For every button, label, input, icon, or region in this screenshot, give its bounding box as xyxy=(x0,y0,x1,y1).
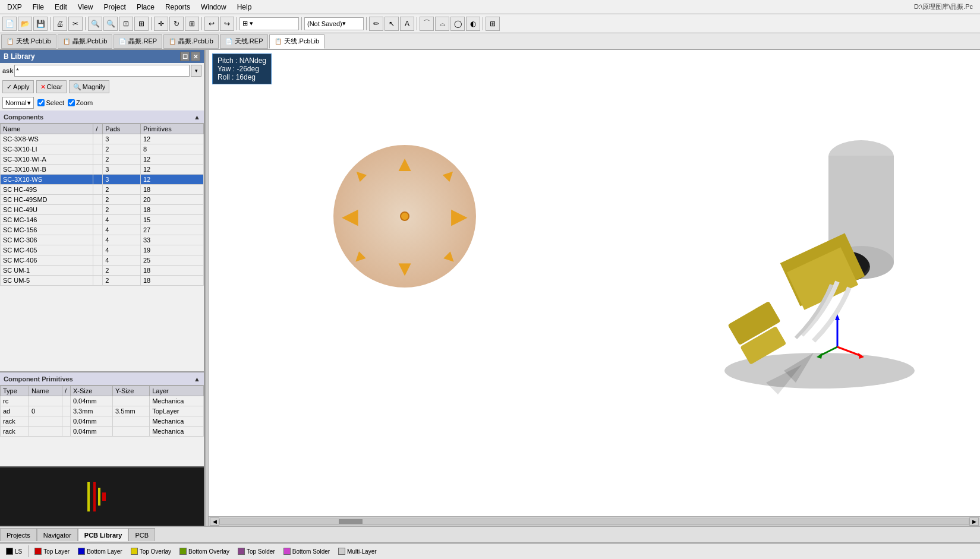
tab-5[interactable]: 📋 天线.PcbLib xyxy=(269,34,324,49)
table-row[interactable]: SC-3X10-LI 2 8 xyxy=(1,144,204,154)
view-dropdown[interactable]: Normal ▾ xyxy=(2,97,34,109)
table-row[interactable]: SC HC-49S 2 18 xyxy=(1,185,204,195)
table-row[interactable]: SC UM-5 2 18 xyxy=(1,276,204,286)
menu-dxp[interactable]: DXP xyxy=(2,2,27,12)
list-item[interactable]: rc 0.04mm Mechanica xyxy=(1,396,204,406)
layer-top[interactable]: Top Layer xyxy=(31,548,73,555)
list-item[interactable]: rack 0.04mm Mechanica xyxy=(1,427,204,437)
panel-float-btn[interactable]: ☐ xyxy=(180,52,190,61)
mask-input[interactable] xyxy=(14,65,190,77)
toolbar-arc4[interactable]: ◐ xyxy=(466,17,480,31)
layer-bottomsolder[interactable]: Bottom Solder xyxy=(280,548,333,555)
prim-col-sort[interactable]: / xyxy=(62,386,70,396)
layer-bottomoverlay[interactable]: Bottom Overlay xyxy=(176,548,233,555)
nav-arrow-upleft[interactable]: ▲ xyxy=(347,162,372,187)
table-row[interactable]: SC-3X10-WI-A 2 12 xyxy=(1,154,204,165)
tab-1[interactable]: 📋 晶振.PcbLib xyxy=(58,34,113,49)
nav-circle[interactable]: ▲ ▼ ◀ ▶ ▲ ▲ ▼ ▼ xyxy=(333,145,476,288)
toolbar-rotate[interactable]: ↻ xyxy=(169,17,184,31)
zoom-checkbox[interactable] xyxy=(68,99,75,106)
nav-arrow-right[interactable]: ▶ xyxy=(451,206,468,227)
table-row[interactable]: SC MC-405 4 19 xyxy=(1,245,204,255)
nav-arrow-downleft[interactable]: ▼ xyxy=(347,245,372,270)
table-row[interactable]: SC MC-306 4 33 xyxy=(1,235,204,245)
table-row[interactable]: SC-3X10-WS 3 12 xyxy=(1,175,204,185)
tab-2[interactable]: 📄 晶振.REP xyxy=(114,34,162,49)
tab-4[interactable]: 📄 天线.REP xyxy=(220,34,269,49)
hscroll-left[interactable]: ◀ xyxy=(210,517,219,526)
layer-ls[interactable]: LS xyxy=(2,548,26,555)
toolbar-zoom-out[interactable]: 🔍 xyxy=(103,17,118,31)
col-name[interactable]: Name xyxy=(1,124,93,134)
layer-topsolder[interactable]: Top Solder xyxy=(234,548,279,555)
toolbar-text[interactable]: A xyxy=(400,17,414,31)
toolbar-new[interactable]: 📄 xyxy=(2,17,17,31)
nav-arrow-downright[interactable]: ▼ xyxy=(437,245,462,270)
menu-window[interactable]: Window xyxy=(196,2,231,12)
table-row[interactable]: SC MC-146 4 15 xyxy=(1,215,204,225)
notsaved-dropdown[interactable]: (Not Saved) ▾ xyxy=(304,17,364,30)
hscroll-right[interactable]: ▶ xyxy=(969,517,979,526)
layer-multilayer[interactable]: Multi-Layer xyxy=(335,548,380,555)
toolbar-cut[interactable]: ✂ xyxy=(68,17,83,31)
list-item[interactable]: ad 0 3.3mm 3.5mm TopLayer xyxy=(1,406,204,416)
hscroll-track[interactable] xyxy=(219,519,969,525)
menu-project[interactable]: Project xyxy=(99,2,131,12)
menu-reports[interactable]: Reports xyxy=(160,2,195,12)
menu-view[interactable]: View xyxy=(73,2,98,12)
toolbar-zoom-sel[interactable]: ⊞ xyxy=(134,17,149,31)
table-row[interactable]: SC MC-156 4 27 xyxy=(1,225,204,235)
toolbar-extra[interactable]: ⊞ xyxy=(486,17,500,31)
toolbar-move[interactable]: ✛ xyxy=(154,17,168,31)
col-sort[interactable]: / xyxy=(93,124,103,134)
toolbar-grid[interactable]: ⊞ xyxy=(185,17,199,31)
table-row[interactable]: SC-3X8-WS 3 12 xyxy=(1,134,204,144)
layer-bottom[interactable]: Bottom Layer xyxy=(74,548,125,555)
panel-close-btn[interactable]: ✕ xyxy=(191,52,200,61)
toolbar-open[interactable]: 📂 xyxy=(18,17,32,31)
toolbar-arc3[interactable]: ◯ xyxy=(450,17,465,31)
menu-place[interactable]: Place xyxy=(132,2,159,12)
primitives-table-wrapper[interactable]: Type Name / X-Size Y-Size Layer rc 0.04m… xyxy=(0,386,204,466)
clear-button[interactable]: ✕ Clear xyxy=(36,80,67,93)
viewport[interactable]: ▲ ▼ ◀ ▶ ▲ ▲ ▼ ▼ xyxy=(209,50,980,516)
toolbar-undo[interactable]: ↩ xyxy=(204,17,219,31)
toolbar-arc2[interactable]: ⌓ xyxy=(435,17,449,31)
nav-arrow-down[interactable]: ▼ xyxy=(394,258,415,279)
mask-dropdown-btn[interactable]: ▾ xyxy=(191,65,201,77)
toolbar-zoom-fit[interactable]: ⊡ xyxy=(119,17,133,31)
menu-edit[interactable]: Edit xyxy=(50,2,72,12)
components-table-wrapper[interactable]: Name / Pads Primitives SC-3X8-WS 3 12 SC… xyxy=(0,124,204,371)
table-row[interactable]: SC-3X10-WI-B 3 12 xyxy=(1,165,204,175)
toolbar-redo[interactable]: ↪ xyxy=(220,17,234,31)
toolbar-print[interactable]: 🖨 xyxy=(53,17,67,31)
table-row[interactable]: SC MC-406 4 25 xyxy=(1,255,204,266)
prim-col-type[interactable]: Type xyxy=(1,386,29,396)
list-item[interactable]: rack 0.04mm Mechanica xyxy=(1,416,204,427)
bottom-tab-projects[interactable]: Projects xyxy=(0,528,37,541)
prim-col-layer[interactable]: Layer xyxy=(150,386,204,396)
col-pads[interactable]: Pads xyxy=(103,124,141,134)
layer-topoverlay[interactable]: Top Overlay xyxy=(127,548,175,555)
table-row[interactable]: SC HC-49U 2 18 xyxy=(1,205,204,215)
bottom-tab-pcb[interactable]: PCB xyxy=(128,528,155,541)
bottom-tab-pcblibrary[interactable]: PCB Library xyxy=(78,528,129,541)
table-row[interactable]: SC UM-1 2 18 xyxy=(1,266,204,276)
toolbar-pen[interactable]: ✏ xyxy=(369,17,383,31)
prim-col-ysize[interactable]: Y-Size xyxy=(113,386,150,396)
toolbar-save[interactable]: 💾 xyxy=(33,17,48,31)
bottom-tab-navigator[interactable]: Navigator xyxy=(37,528,78,541)
hscroll-thumb[interactable] xyxy=(339,519,363,524)
grid-dropdown[interactable]: ⊞ ▾ xyxy=(240,17,299,30)
prim-col-name[interactable]: Name xyxy=(29,386,62,396)
toolbar-cursor[interactable]: ↖ xyxy=(385,17,399,31)
prim-col-xsize[interactable]: X-Size xyxy=(70,386,112,396)
menu-file[interactable]: File xyxy=(28,2,49,12)
nav-arrow-up[interactable]: ▲ xyxy=(394,153,415,175)
col-primitives[interactable]: Primitives xyxy=(141,124,204,134)
toolbar-arc1[interactable]: ⌒ xyxy=(420,17,434,31)
table-row[interactable]: SC HC-49SMD 2 20 xyxy=(1,195,204,205)
apply-button[interactable]: ✓ Apply xyxy=(2,80,34,93)
nav-arrow-upright[interactable]: ▲ xyxy=(437,162,462,187)
select-checkbox[interactable] xyxy=(37,99,45,106)
